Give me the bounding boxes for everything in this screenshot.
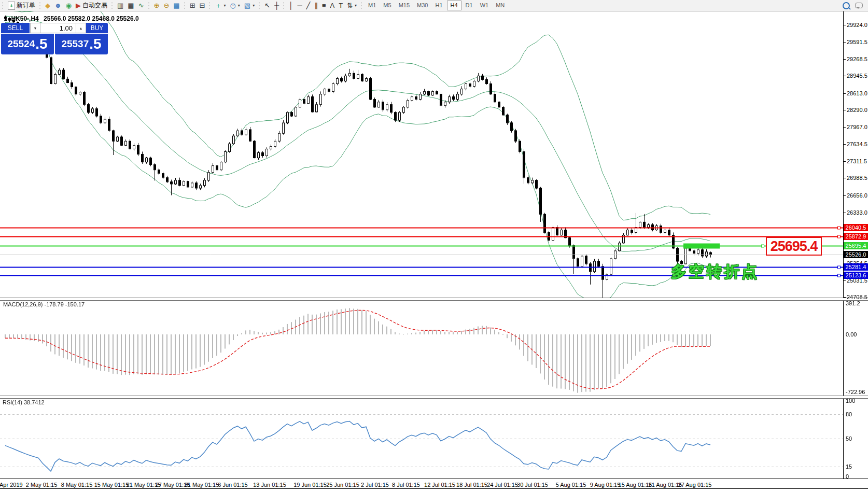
indicators-window-icon[interactable]: ⊞ [188, 1, 198, 10]
zoom-out-icon[interactable]: ⊖ [161, 1, 171, 10]
text-tool-glyph: A [330, 1, 335, 10]
time-axis-label: 15 Aug 01:15 [619, 482, 652, 488]
objects-window-icon[interactable]: ⊟ [198, 1, 207, 10]
toolbar-group-separator [258, 2, 261, 9]
timeframe-m5-button[interactable]: M5 [380, 1, 394, 10]
deposit-icon[interactable]: ◆ [43, 1, 52, 10]
autotrade-button-glyph: ▶ [76, 1, 81, 10]
volume-decrease-button[interactable]: ▼ [30, 23, 40, 33]
autotrade-button[interactable]: ▶自动交易 [74, 1, 109, 10]
period-clock-button-dropdown-icon[interactable]: ▾ [238, 3, 240, 8]
template-button[interactable]: ▧▾ [242, 1, 257, 10]
arrows-tool-dropdown-icon[interactable]: ▾ [355, 3, 357, 8]
channel-tool[interactable]: ∥ [312, 1, 320, 10]
rsi-axis-tick: 15 [846, 463, 868, 470]
timeframe-d1-button[interactable]: D1 [463, 1, 476, 10]
tile-windows-icon[interactable]: ▦ [171, 1, 181, 10]
buy-price-button[interactable]: 25537 .5 [55, 34, 108, 54]
timeframe-m15-button[interactable]: M15 [396, 1, 413, 10]
main-chart-canvas[interactable] [0, 11, 843, 298]
turning-point-annotation[interactable]: 多空转折点 [671, 261, 759, 283]
cursor-tool[interactable]: ↖ [262, 1, 272, 10]
zoom-in-icon[interactable]: ⊕ [152, 1, 162, 10]
price-axis-tick-mark [844, 280, 846, 281]
price-axis-tick-mark [844, 76, 846, 76]
price-axis-tick: 27967.0 [847, 124, 868, 130]
timeframe-h4-button[interactable]: H4 [447, 1, 461, 10]
bar-chart-icon[interactable]: ▥ [115, 1, 125, 10]
zoom-out-icon-glyph: ⊖ [163, 1, 169, 10]
sell-button[interactable]: SELL [1, 23, 30, 33]
vertical-line-tool[interactable]: │ [287, 1, 295, 10]
period-clock-button[interactable]: ◷▾ [228, 1, 242, 10]
sell-price-button[interactable]: 25524 .5 [1, 34, 54, 54]
timeframe-m30-button[interactable]: M30 [414, 1, 431, 10]
time-axis-label: 8 Jul 01:15 [392, 482, 420, 488]
autotrade-button-label: 自动交易 [82, 1, 107, 10]
volume-input[interactable] [40, 23, 76, 33]
toolbar: +新订单◆☻◉▶自动交易▥▦∿⊕⊖▦⊞⊟＋▾◷▾▧▾↖┼│─╱∥≡AT⇅▾ M1… [0, 0, 868, 11]
volume-increase-button[interactable]: ▲ [76, 23, 86, 33]
arrows-tool-glyph: ⇅ [347, 1, 353, 10]
time-axis-label: 31 May 01:15 [185, 482, 219, 488]
fibonacci-tool[interactable]: ≡ [320, 1, 328, 10]
time-axis-label: 6 Jun 01:15 [218, 482, 248, 488]
time-axis-label: 13 Jun 01:15 [253, 482, 286, 488]
rsi-axis-tick: 0 [846, 473, 868, 480]
arrows-tool[interactable]: ⇅▾ [345, 1, 359, 10]
toolbar-group-separator [1, 2, 5, 9]
price-axis-tick-mark [844, 297, 846, 298]
chart-ohlc-values: 25566.0 25582.0 25468.0 25526.0 [44, 15, 139, 22]
signal-icon[interactable]: ◉ [64, 1, 74, 10]
time-axis-label: 9 Aug 01:15 [590, 482, 621, 488]
chart-symbol-period: HK50-,H4 [11, 15, 38, 22]
price-axis-tick-mark [844, 59, 846, 60]
horizontal-line-tool-glyph: ─ [297, 1, 302, 10]
toolbar-group-separator [147, 2, 151, 9]
trendline-tool[interactable]: ╱ [304, 1, 313, 10]
window-bottom-border [0, 488, 868, 489]
timeframe-w1-button[interactable]: W1 [477, 1, 492, 10]
time-axis-label: 8 May 01:15 [61, 482, 93, 488]
candlestick-chart-icon[interactable]: ▦ [125, 1, 136, 10]
timeframe-m1-button[interactable]: M1 [365, 1, 379, 10]
search-icon[interactable] [843, 2, 850, 9]
timeframe-h1-button[interactable]: H1 [432, 1, 445, 10]
timeframe-mn-button[interactable]: MN [493, 1, 508, 10]
new-order-button-label: 新订单 [17, 1, 35, 10]
price-axis-tick-mark [844, 93, 846, 94]
price-axis-tick: 26656.0 [847, 192, 868, 199]
pane-divider[interactable] [0, 298, 868, 301]
price-level-flag[interactable]: 25695.4 [766, 237, 822, 256]
rsi-axis-tick: 80 [846, 411, 868, 417]
text-tool[interactable]: A [328, 1, 337, 10]
mt4-terminal: +新订单◆☻◉▶自动交易▥▦∿⊕⊖▦⊞⊟＋▾◷▾▧▾↖┼│─╱∥≡AT⇅▾ M1… [0, 0, 868, 492]
price-line-label: 25123.6 [844, 272, 868, 279]
text-label-tool[interactable]: T [337, 1, 345, 10]
pane-divider[interactable] [0, 396, 868, 399]
price-axis-tick: 29924.0 [847, 22, 868, 28]
profile-icon[interactable]: ☻ [52, 1, 64, 10]
crosshair-tool[interactable]: ┼ [272, 1, 281, 10]
buy-button[interactable]: BUY [86, 23, 108, 33]
chat-icon[interactable] [855, 3, 863, 8]
price-line-label: 25695.4 [844, 242, 868, 249]
toolbar-group-separator [183, 2, 187, 9]
add-indicator-button[interactable]: ＋▾ [213, 1, 228, 10]
rsi-pane-canvas[interactable] [0, 398, 843, 479]
toolbar-buttons: +新订单◆☻◉▶自动交易▥▦∿⊕⊖▦⊞⊟＋▾◷▾▧▾↖┼│─╱∥≡AT⇅▾ [0, 1, 365, 10]
macd-axis-tick: -722.96 [846, 389, 868, 395]
price-axis-tick: 26988.5 [847, 175, 868, 181]
template-button-dropdown-icon[interactable]: ▾ [253, 3, 255, 8]
add-indicator-button-dropdown-icon[interactable]: ▾ [223, 3, 226, 8]
time-axis-label: 21 Aug 01:15 [649, 482, 682, 488]
toolbar-group-separator [38, 2, 42, 9]
horizontal-line-tool[interactable]: ─ [295, 1, 304, 10]
time-axis-label: 15 May 01:15 [94, 482, 129, 488]
new-order-button[interactable]: +新订单 [6, 1, 37, 10]
crosshair-tool-glyph: ┼ [274, 1, 279, 10]
macd-pane-canvas[interactable] [0, 300, 843, 396]
price-axis-tick: 28613.0 [847, 90, 868, 96]
period-clock-button-glyph: ◷ [230, 1, 235, 10]
line-chart-icon[interactable]: ∿ [136, 1, 146, 10]
